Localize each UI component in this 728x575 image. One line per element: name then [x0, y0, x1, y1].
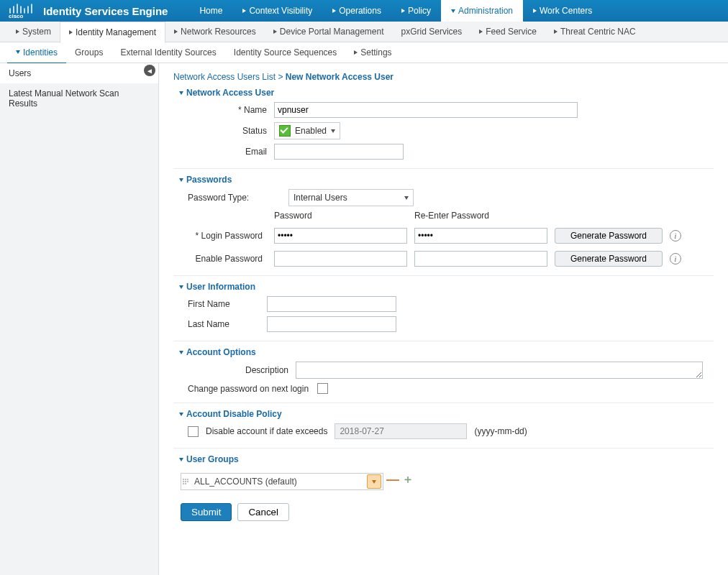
first-name-input[interactable] — [267, 296, 396, 312]
chevron-icon — [533, 9, 537, 13]
collapse-sidebar-icon[interactable]: ◄ — [144, 65, 155, 76]
chevron-icon — [16, 50, 20, 54]
generate-enable-password-button[interactable]: Generate Password — [555, 251, 663, 267]
enable-password-reenter-input[interactable] — [414, 251, 547, 267]
name-label: * Name — [173, 105, 274, 115]
description-label: Description — [173, 365, 296, 375]
cisco-logo-icon: cisco — [7, 3, 36, 19]
chevron-icon — [332, 9, 336, 13]
section-account-disable-policy[interactable]: Account Disable Policy — [173, 409, 714, 419]
subnav-device-portal-management[interactable]: Device Portal Management — [265, 22, 393, 42]
breadcrumb-current: New Network Access User — [286, 72, 393, 82]
name-input[interactable] — [274, 102, 578, 118]
change-password-checkbox[interactable] — [317, 383, 328, 394]
disable-date-hint: (yyyy-mm-dd) — [474, 426, 527, 436]
section-network-access-user[interactable]: Network Access User — [173, 88, 714, 98]
breadcrumb: Network Access Users List > New Network … — [173, 72, 714, 82]
email-input[interactable] — [274, 144, 404, 160]
ternav-identities[interactable]: Identities — [7, 42, 66, 64]
subnav-network-resources[interactable]: Network Resources — [165, 22, 265, 42]
password-col-header: Password — [274, 211, 407, 221]
chevron-down-icon — [179, 458, 183, 461]
chevron-right-icon — [174, 29, 178, 34]
last-name-input[interactable] — [267, 316, 396, 332]
subnav-pxgrid-services[interactable]: pxGrid Services — [393, 22, 471, 42]
sub-navigation: SystemIdentity ManagementNetwork Resourc… — [0, 22, 728, 42]
sidebar-item-latest-manual-network-scan-results[interactable]: Latest Manual Network Scan Results — [0, 83, 158, 114]
enable-password-input[interactable] — [274, 251, 407, 267]
chevron-right-icon — [554, 29, 558, 34]
email-label: Email — [173, 147, 274, 157]
section-passwords[interactable]: Passwords — [173, 175, 714, 185]
info-icon[interactable]: i — [670, 230, 681, 242]
disable-account-checkbox[interactable] — [188, 426, 199, 437]
user-group-row: ALL_ACCOUNTS (default) — [181, 473, 383, 490]
chevron-right-icon — [479, 29, 483, 34]
sidebar-item-users[interactable]: Users — [0, 63, 158, 83]
user-group-select-value[interactable]: ALL_ACCOUNTS (default) — [190, 477, 367, 487]
chevron-right-icon — [16, 29, 19, 34]
subnav-feed-service[interactable]: Feed Service — [470, 22, 545, 42]
enabled-check-icon — [279, 125, 291, 137]
section-account-options[interactable]: Account Options — [173, 347, 714, 357]
topnav-administration[interactable]: Administration — [441, 0, 523, 22]
change-password-label: Change password on next login — [188, 384, 309, 394]
topnav-policy[interactable]: Policy — [391, 0, 441, 22]
login-password-reenter-input[interactable] — [414, 228, 547, 244]
chevron-icon — [242, 9, 246, 13]
disable-date-field: 2018-07-27 — [335, 423, 467, 439]
status-label: Status — [173, 126, 274, 136]
chevron-icon — [451, 9, 455, 13]
chevron-down-icon — [179, 351, 183, 354]
chevron-right-icon — [273, 29, 277, 34]
enable-password-label: Enable Password — [173, 254, 267, 264]
chevron-right-icon — [69, 30, 73, 34]
chevron-down-icon — [331, 129, 335, 133]
password-type-dropdown[interactable]: Internal Users — [288, 189, 414, 206]
last-name-label: Last Name — [173, 319, 267, 329]
chevron-icon — [401, 9, 405, 13]
first-name-label: First Name — [173, 299, 267, 309]
status-dropdown[interactable]: Enabled — [274, 122, 340, 139]
section-user-information[interactable]: User Information — [173, 282, 714, 292]
cancel-button[interactable]: Cancel — [237, 503, 289, 521]
app-title: Identity Services Engine — [43, 5, 168, 17]
chevron-down-icon — [179, 178, 183, 182]
disable-account-label: Disable account if date exceeds — [206, 426, 327, 436]
topnav-context-visibility[interactable]: Context Visibility — [232, 0, 322, 22]
user-group-dropdown-button[interactable] — [367, 474, 381, 489]
add-group-icon[interactable]: ＋ — [402, 472, 414, 487]
topnav-operations[interactable]: Operations — [322, 0, 391, 22]
topnav-home[interactable]: Home — [189, 0, 232, 22]
chevron-down-icon — [179, 91, 183, 95]
section-user-groups[interactable]: User Groups — [173, 454, 714, 464]
subnav-threat-centric-nac[interactable]: Threat Centric NAC — [545, 22, 645, 42]
chevron-down-icon — [179, 413, 183, 416]
info-icon[interactable]: i — [670, 253, 681, 264]
submit-button[interactable]: Submit — [181, 503, 232, 521]
chevron-icon — [354, 50, 358, 55]
subnav-identity-management[interactable]: Identity Management — [60, 22, 165, 43]
ternav-identity-source-sequences[interactable]: Identity Source Sequences — [225, 42, 345, 63]
password-type-label: Password Type: — [173, 193, 288, 203]
topnav-work-centers[interactable]: Work Centers — [523, 0, 602, 22]
description-textarea[interactable] — [296, 362, 703, 379]
reenter-col-header: Re-Enter Password — [414, 211, 547, 221]
chevron-down-icon — [179, 285, 183, 289]
login-password-label: * Login Password — [173, 231, 267, 241]
svg-text:cisco: cisco — [9, 13, 24, 19]
login-password-input[interactable] — [274, 228, 407, 244]
remove-group-icon[interactable]: — — [386, 472, 399, 487]
ternav-settings[interactable]: Settings — [345, 42, 400, 63]
breadcrumb-list-link[interactable]: Network Access Users List — [173, 72, 276, 82]
chevron-down-icon — [404, 196, 409, 200]
subnav-system[interactable]: System — [7, 22, 60, 42]
top-bar: cisco Identity Services Engine HomeConte… — [0, 0, 728, 22]
ternav-external-identity-sources[interactable]: External Identity Sources — [112, 42, 224, 63]
brand-logo: cisco — [0, 3, 43, 19]
tertiary-navigation: IdentitiesGroupsExternal Identity Source… — [0, 42, 728, 63]
generate-login-password-button[interactable]: Generate Password — [555, 228, 663, 244]
sidebar: ◄ UsersLatest Manual Network Scan Result… — [0, 63, 159, 575]
ternav-groups[interactable]: Groups — [66, 42, 112, 63]
drag-handle-icon[interactable] — [181, 477, 190, 486]
